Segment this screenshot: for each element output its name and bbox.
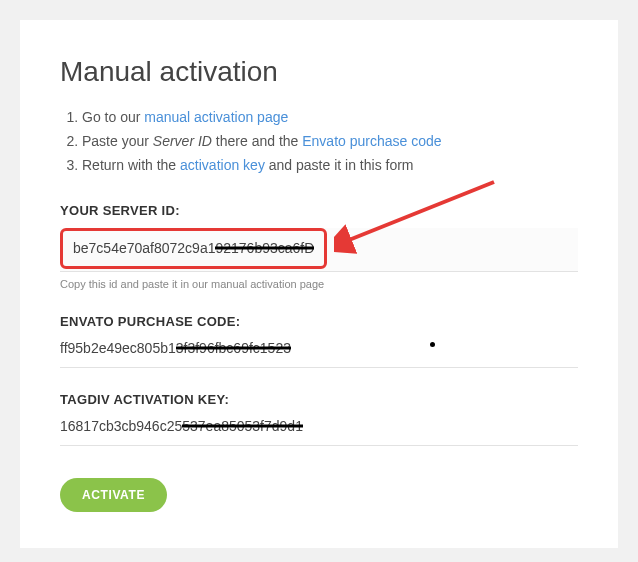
step-3: Return with the activation key and paste… — [82, 154, 578, 178]
server-id-row: be7c54e70af8072c9a192176b93ca6fD — [60, 228, 578, 271]
server-id-block: YOUR SERVER ID: be7c54e70af8072c9a192176… — [60, 203, 578, 289]
activate-button[interactable]: ACTIVATE — [60, 478, 167, 512]
step-1: Go to our manual activation page — [82, 106, 578, 130]
steps-list: Go to our manual activation page Paste y… — [60, 106, 578, 177]
manual-activation-link[interactable]: manual activation page — [144, 109, 288, 125]
step-2-mid: there and the — [212, 133, 302, 149]
server-id-highlight-box: be7c54e70af8072c9a192176b93ca6fD — [60, 228, 327, 268]
server-id-helper: Copy this id and paste it in our manual … — [60, 278, 578, 290]
activation-key-link[interactable]: activation key — [180, 157, 265, 173]
envato-code-link[interactable]: Envato purchase code — [302, 133, 441, 149]
page-title: Manual activation — [60, 56, 578, 88]
activation-key-redacted: 537ea85053f7d9d1 — [182, 417, 303, 435]
purchase-code-visible: ff95b2e49ec805b1 — [60, 340, 176, 356]
activation-key-block: TAGDIV ACTIVATION KEY: 16817cb3cb946c255… — [60, 392, 578, 446]
purchase-code-label: ENVATO PURCHASE CODE: — [60, 314, 578, 329]
activation-key-label: TAGDIV ACTIVATION KEY: — [60, 392, 578, 407]
step-1-prefix: Go to our — [82, 109, 144, 125]
step-2: Paste your Server ID there and the Envat… — [82, 130, 578, 154]
purchase-code-block: ENVATO PURCHASE CODE: ff95b2e49ec805b13f… — [60, 314, 578, 368]
step-3-prefix: Return with the — [82, 157, 180, 173]
step-2-serverid: Server ID — [153, 133, 212, 149]
activation-card: Manual activation Go to our manual activ… — [20, 20, 618, 548]
activation-key-row: 16817cb3cb946c25537ea85053f7d9d1 — [60, 417, 578, 446]
purchase-code-row: ff95b2e49ec805b13f3f96fbc69fc1523 — [60, 339, 578, 368]
step-2-prefix: Paste your — [82, 133, 153, 149]
activation-key-visible: 16817cb3cb946c25 — [60, 418, 182, 434]
server-id-label: YOUR SERVER ID: — [60, 203, 578, 218]
step-3-suffix: and paste it in this form — [265, 157, 414, 173]
server-id-redacted: 92176b93ca6fD — [215, 239, 314, 257]
server-id-visible: be7c54e70af8072c9a1 — [73, 240, 215, 256]
purchase-code-redacted: 3f3f96fbc69fc1523 — [176, 339, 291, 357]
decorative-dot — [430, 342, 435, 347]
